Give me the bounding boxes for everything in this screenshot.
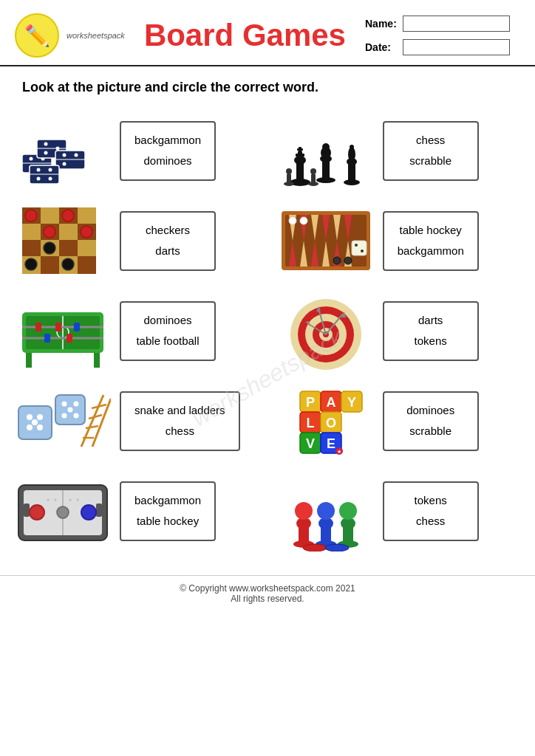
- option-tablehockey-2[interactable]: table hockey: [134, 511, 201, 532]
- date-input[interactable]: [403, 39, 510, 55]
- image-scrabble: P L A Y O V: [278, 380, 374, 461]
- page-title: Board Games: [125, 18, 365, 53]
- svg-rect-61: [78, 256, 96, 274]
- option-chess-3[interactable]: chess: [398, 511, 464, 532]
- svg-point-44: [310, 168, 316, 174]
- svg-rect-171: [343, 522, 353, 544]
- wordbox-5-right[interactable]: tokens chess: [383, 481, 479, 541]
- option-chess-2[interactable]: chess: [134, 421, 225, 442]
- wordbox-3-right[interactable]: darts tokens: [383, 301, 479, 361]
- svg-point-174: [325, 544, 349, 551]
- image-airhockey: [15, 470, 111, 551]
- option-backgammon-2[interactable]: backgammon: [398, 241, 464, 262]
- header: ✏️ worksheetspack Board Games Name: Date…: [0, 0, 535, 66]
- svg-point-154: [57, 506, 69, 518]
- svg-point-2: [30, 157, 33, 161]
- svg-point-20: [37, 177, 41, 181]
- svg-rect-99: [55, 323, 61, 331]
- image-checkers: [15, 200, 111, 281]
- svg-point-157: [47, 499, 50, 501]
- row1-right: chess scrabble: [278, 110, 520, 191]
- svg-point-15: [63, 162, 67, 166]
- svg-point-85: [361, 250, 364, 252]
- svg-text:Y: Y: [347, 395, 356, 410]
- svg-rect-43: [311, 173, 316, 184]
- wordbox-2-left[interactable]: checkers darts: [120, 211, 216, 271]
- option-checkers-1[interactable]: checkers: [134, 220, 201, 241]
- svg-point-33: [322, 143, 330, 151]
- svg-text:A: A: [326, 395, 335, 410]
- wordbox-4-right[interactable]: dominoes scrabble: [383, 391, 479, 451]
- option-dominoes-1[interactable]: dominoes: [134, 151, 201, 172]
- option-snakeladders-1[interactable]: snake and ladders: [134, 400, 225, 422]
- svg-point-155: [30, 505, 44, 520]
- svg-point-88: [333, 257, 341, 264]
- name-date-area: Name: Date:: [365, 16, 513, 55]
- svg-point-66: [25, 258, 37, 270]
- svg-point-84: [355, 244, 358, 247]
- option-scrabble-1[interactable]: scrabble: [398, 151, 464, 172]
- svg-rect-49: [78, 207, 96, 224]
- svg-text:★: ★: [337, 449, 341, 454]
- wordbox-2-right[interactable]: table hockey backgammon: [383, 211, 479, 271]
- svg-rect-102: [67, 334, 72, 343]
- svg-rect-152: [24, 504, 30, 517]
- option-dominoes-3[interactable]: dominoes: [398, 400, 464, 422]
- svg-point-120: [32, 419, 38, 425]
- svg-rect-50: [22, 224, 41, 240]
- option-backgammon-3[interactable]: backgammon: [134, 490, 201, 512]
- svg-point-64: [44, 226, 55, 238]
- wordbox-4-left[interactable]: snake and ladders chess: [120, 391, 240, 451]
- svg-rect-153: [96, 504, 102, 517]
- option-tablehockey-1[interactable]: table hockey: [398, 220, 464, 241]
- svg-point-63: [62, 210, 74, 221]
- logo-area: ✏️ worksheetspack: [15, 13, 125, 58]
- instruction-text: Look at the picture and circle the corre…: [0, 66, 535, 103]
- option-darts-1[interactable]: darts: [134, 241, 201, 262]
- row5-right: tokens chess: [278, 470, 520, 551]
- name-label: Name:: [365, 18, 398, 30]
- wordbox-1-left[interactable]: backgammon dominoes: [120, 121, 216, 181]
- row2-right: table hockey backgammon: [278, 200, 520, 281]
- wordbox-3-left[interactable]: dominoes table football: [120, 301, 216, 361]
- option-darts-2[interactable]: darts: [398, 310, 464, 331]
- image-tokens: [278, 470, 374, 551]
- option-dominoes-2[interactable]: dominoes: [134, 310, 201, 331]
- option-chess-1[interactable]: chess: [398, 130, 464, 151]
- content-area: backgammon dominoes: [0, 103, 535, 568]
- svg-rect-163: [299, 522, 309, 544]
- row4-right: P L A Y O V: [278, 380, 520, 461]
- option-backgammon-1[interactable]: backgammon: [134, 130, 201, 151]
- option-tablefootball-1[interactable]: table football: [134, 331, 201, 352]
- svg-point-38: [350, 145, 354, 149]
- date-label: Date:: [365, 41, 398, 53]
- wordbox-1-right[interactable]: chess scrabble: [383, 121, 479, 181]
- svg-point-158: [55, 499, 57, 501]
- svg-point-67: [62, 258, 74, 270]
- svg-text:L: L: [306, 416, 314, 430]
- svg-point-41: [286, 168, 292, 174]
- logo-icon: ✏️: [15, 13, 59, 58]
- row5-left: backgammon table hockey: [15, 470, 257, 551]
- row3-right: darts tokens: [278, 290, 520, 371]
- svg-rect-40: [287, 173, 291, 184]
- row-2: checkers darts: [15, 200, 520, 281]
- svg-rect-100: [74, 323, 80, 331]
- svg-rect-56: [59, 240, 78, 256]
- svg-rect-35: [348, 163, 355, 182]
- wordbox-5-left[interactable]: backgammon table hockey: [120, 481, 216, 541]
- svg-rect-30: [322, 160, 330, 180]
- svg-point-156: [81, 505, 96, 520]
- image-dominoes: [15, 110, 111, 191]
- svg-rect-59: [41, 256, 59, 274]
- option-scrabble-2[interactable]: scrabble: [398, 421, 464, 442]
- svg-point-160: [77, 499, 79, 501]
- option-tokens-1[interactable]: tokens: [398, 331, 464, 352]
- name-input[interactable]: [403, 16, 510, 32]
- svg-point-21: [49, 177, 52, 181]
- svg-point-168: [317, 502, 335, 520]
- row-5: backgammon table hockey: [15, 470, 520, 551]
- svg-point-10: [56, 147, 60, 151]
- image-backgammon: [278, 200, 374, 281]
- option-tokens-2[interactable]: tokens: [398, 490, 464, 512]
